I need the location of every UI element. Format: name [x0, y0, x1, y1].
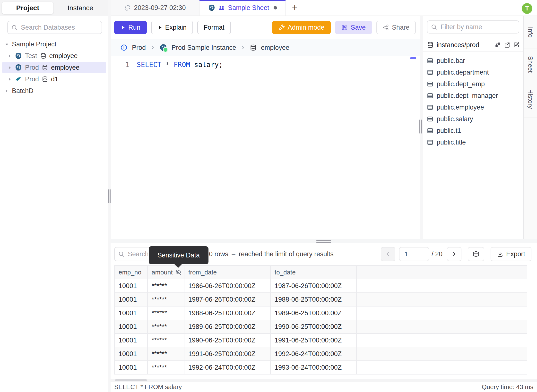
table-row: 10001******1987-06-26T00:00:00Z1988-06-2… — [114, 293, 527, 306]
panel-resize-handle[interactable] — [419, 119, 422, 134]
result-cell[interactable]: 10001 — [114, 320, 147, 333]
result-cell[interactable]: 1988-06-25T00:00:00Z — [270, 293, 356, 306]
cube-icon — [473, 251, 479, 257]
result-cell[interactable]: 1991-06-25T00:00:00Z — [184, 347, 270, 361]
result-cell[interactable]: 10001 — [114, 293, 147, 306]
result-cell[interactable]: 1986-06-26T00:00:00Z — [184, 279, 270, 293]
page-number-input[interactable] — [399, 247, 429, 261]
run-button[interactable]: Run — [114, 21, 147, 34]
result-cell[interactable]: ****** — [147, 293, 184, 306]
result-cell[interactable]: 10001 — [114, 333, 147, 347]
column-header-from-date[interactable]: from_date — [184, 265, 270, 279]
info-icon[interactable] — [120, 44, 128, 51]
format-button[interactable]: Format — [197, 21, 231, 34]
breadcrumb-database[interactable]: employee — [261, 44, 289, 51]
schema-diagram-icon[interactable] — [495, 42, 501, 48]
tree-item-prod-employee-selected[interactable]: Prod employee — [2, 62, 106, 73]
save-button[interactable]: Save — [335, 21, 372, 34]
breadcrumb-instance[interactable]: Prod Sample Instance — [172, 44, 236, 51]
next-page-button[interactable] — [447, 247, 461, 261]
result-cell[interactable]: 1992-06-24T00:00:00Z — [270, 347, 356, 361]
table-filter-input[interactable] — [440, 23, 515, 31]
chevron-right-icon — [8, 77, 12, 81]
tree-item-batchd[interactable]: BatchD — [0, 85, 108, 97]
query-time: Query time: 43 ms — [482, 383, 533, 391]
result-cell[interactable]: 10001 — [114, 279, 147, 293]
edit-icon[interactable] — [513, 42, 520, 48]
table-name: public.employee — [437, 104, 484, 111]
avatar[interactable]: T — [522, 3, 532, 14]
share-button[interactable]: Share — [376, 21, 416, 34]
results-resize-handle[interactable] — [316, 240, 331, 243]
database-search-input[interactable] — [20, 24, 98, 32]
external-link-icon[interactable] — [504, 42, 510, 48]
result-cell[interactable]: ****** — [147, 279, 184, 293]
result-cell[interactable]: 1987-06-26T00:00:00Z — [270, 279, 356, 293]
tab-project[interactable]: Project — [2, 2, 53, 14]
result-cell[interactable]: ****** — [147, 333, 184, 347]
result-cell[interactable]: ****** — [147, 361, 184, 374]
result-cell[interactable]: 1987-06-26T00:00:00Z — [184, 293, 270, 306]
column-header-emp-no[interactable]: emp_no — [114, 265, 147, 279]
database-search-box — [7, 21, 102, 34]
side-tab-info[interactable]: Info — [524, 16, 537, 49]
tab-label: Sample Sheet — [228, 4, 269, 12]
export-button[interactable]: Export — [491, 247, 531, 261]
instance-row[interactable]: instances/prod — [423, 38, 523, 52]
side-tab-sheet[interactable]: Sheet — [524, 49, 537, 80]
result-cell[interactable]: 1988-06-25T00:00:00Z — [184, 306, 270, 320]
wrench-icon — [278, 24, 285, 31]
result-cell[interactable]: 1990-06-25T00:00:00Z — [270, 320, 356, 333]
result-cell[interactable]: 10001 — [114, 361, 147, 374]
result-cell[interactable]: 10001 — [114, 347, 147, 361]
tree-item-prod-d1[interactable]: Prod d1 — [0, 73, 108, 85]
prev-page-button[interactable] — [381, 247, 395, 261]
table-list-item[interactable]: public.dept_manager — [423, 90, 523, 102]
result-cell[interactable]: 10001 — [114, 306, 147, 320]
result-cell[interactable]: 1990-06-25T00:00:00Z — [184, 333, 270, 347]
horizontal-scrollbar-thumb[interactable] — [115, 379, 147, 381]
column-header-to-date[interactable]: to_date — [270, 265, 356, 279]
explain-button[interactable]: Explain — [151, 21, 193, 34]
tab-instance[interactable]: Instance — [54, 2, 107, 14]
result-cell[interactable]: ****** — [147, 320, 184, 333]
result-cell[interactable]: 1993-06-24T00:00:00Z — [270, 361, 356, 374]
tree-item-sample-project[interactable]: Sample Project — [0, 38, 108, 50]
row-count-text: 0 rows–reached the limit of query result… — [209, 250, 334, 258]
sql-editor[interactable]: 1 SELECT * FROM salary; — [111, 56, 420, 239]
table-list-item[interactable]: public.bar — [423, 55, 523, 67]
tree-item-test-employee[interactable]: Test employee — [0, 50, 108, 62]
chevron-right-icon — [8, 66, 12, 70]
result-cell[interactable]: 1989-06-25T00:00:00Z — [184, 320, 270, 333]
table-list-item[interactable]: public.t1 — [423, 125, 523, 136]
result-cell[interactable]: 1991-06-25T00:00:00Z — [270, 333, 356, 347]
result-cell[interactable]: ****** — [147, 306, 184, 320]
table-list-item[interactable]: public.employee — [423, 102, 523, 113]
tab-history-sheet[interactable]: 2023-09-27 02:30 — [111, 0, 199, 16]
side-tab-history[interactable]: History — [524, 80, 537, 118]
chevron-down-icon — [5, 42, 9, 46]
table-list-item[interactable]: public.dept_emp — [423, 78, 523, 90]
search-icon — [11, 24, 17, 31]
chevron-right-icon — [241, 45, 245, 50]
table-list-item[interactable]: public.title — [423, 136, 523, 148]
tab-sample-sheet-active[interactable]: Sample Sheet — [199, 0, 286, 16]
result-cell[interactable]: 1989-06-25T00:00:00Z — [270, 306, 356, 320]
table-list-item[interactable]: public.department — [423, 67, 523, 78]
table-name: public.salary — [437, 115, 473, 123]
sql-statement: SELECT * FROM salary; — [137, 61, 223, 69]
sidebar-resize-handle[interactable] — [108, 189, 111, 203]
result-cell[interactable]: ****** — [147, 347, 184, 361]
schema-info-panel: instances/prod public.barpublic.departme… — [423, 16, 523, 239]
admin-mode-button[interactable]: Admin mode — [272, 21, 331, 34]
breadcrumb-environment[interactable]: Prod — [132, 44, 146, 51]
table-icon — [427, 58, 433, 64]
cube-button[interactable] — [468, 247, 484, 261]
new-tab-button[interactable]: + — [286, 0, 303, 16]
table-list-item[interactable]: public.salary — [423, 113, 523, 125]
result-cell[interactable]: 1992-06-24T00:00:00Z — [184, 361, 270, 374]
tree-label: BatchD — [12, 87, 34, 95]
result-cell-filler — [356, 306, 527, 320]
chevron-right-icon — [8, 54, 12, 58]
table-row: 10001******1989-06-25T00:00:00Z1990-06-2… — [114, 320, 527, 333]
